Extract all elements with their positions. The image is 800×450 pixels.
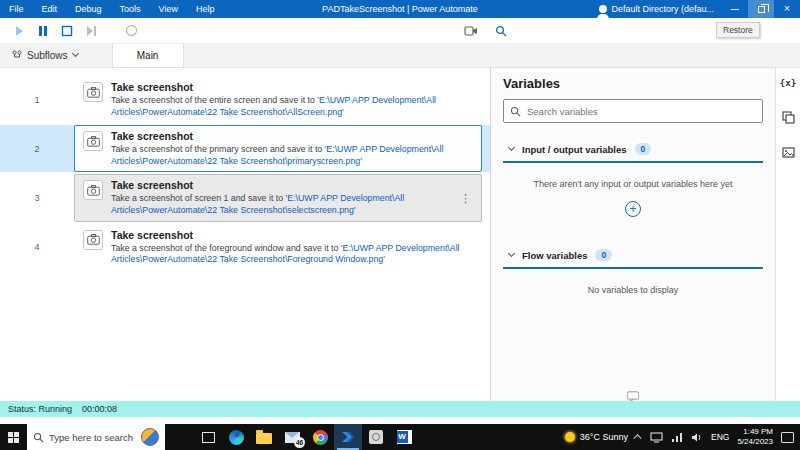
camera-icon <box>83 180 103 200</box>
action-description: Take a screenshot of the entire screen a… <box>111 95 473 118</box>
menu-file[interactable]: File <box>0 0 33 18</box>
status-text: Status: Running <box>8 404 72 414</box>
action-description: Take a screenshot of screen 1 and save i… <box>111 193 473 216</box>
action-title: Take screenshot <box>111 130 473 142</box>
run-icon[interactable] <box>8 20 30 42</box>
windows-taskbar: Type here to search 46 W 36°C Sunny ENG … <box>0 424 800 450</box>
show-hidden-icons-button[interactable] <box>633 434 641 442</box>
taskbar-snipping-tool-icon[interactable] <box>362 424 390 450</box>
language-indicator[interactable]: ENG <box>711 432 729 442</box>
web-recorder-icon[interactable] <box>120 20 142 42</box>
sun-icon <box>565 432 575 442</box>
flow-variables-count: 0 <box>595 249 612 261</box>
search-highlight-icon[interactable] <box>141 428 159 446</box>
io-variables-empty-state: There aren't any input or output variabl… <box>503 163 763 229</box>
action-card[interactable]: Take screenshot Take a screenshot of the… <box>74 224 482 271</box>
io-variables-count: 0 <box>635 143 652 155</box>
action-row-2[interactable]: 2 Take screenshot Take a screenshot of t… <box>0 125 490 172</box>
title-bar: File Edit Debug Tools View Help PADTakeS… <box>0 0 800 18</box>
restore-tooltip: Restore <box>716 22 760 38</box>
tray-network-icon[interactable] <box>671 432 683 443</box>
task-view-icon <box>202 432 215 443</box>
account-menu[interactable]: Default Directory (defau... <box>599 4 714 14</box>
task-view-button[interactable] <box>195 424 222 450</box>
variables-search-input[interactable] <box>527 106 756 117</box>
taskbar-mail-icon[interactable]: 46 <box>278 424 306 450</box>
taskbar-chrome-icon[interactable] <box>306 424 334 450</box>
weather-widget[interactable]: 36°C Sunny <box>565 432 628 442</box>
subflows-icon <box>12 50 22 60</box>
taskbar-edge-icon[interactable] <box>222 424 250 450</box>
action-row-4[interactable]: 4 Take screenshot Take a screenshot of t… <box>0 224 490 271</box>
system-tray: 36°C Sunny ENG 1:49 PM 5/24/2023 <box>565 427 800 447</box>
row-number: 3 <box>0 174 74 221</box>
taskbar-file-explorer-icon[interactable] <box>250 424 278 450</box>
taskbar-clock[interactable]: 1:49 PM 5/24/2023 <box>737 427 773 447</box>
tab-strip: Subflows Main <box>0 44 800 68</box>
chevron-down-icon <box>72 50 79 57</box>
chevron-down-icon <box>508 144 515 151</box>
tray-monitor-icon[interactable] <box>650 432 663 443</box>
menu-view[interactable]: View <box>150 0 187 18</box>
camera-icon <box>83 131 103 151</box>
action-title: Take screenshot <box>111 179 473 191</box>
row-number: 1 <box>0 76 74 123</box>
tab-main[interactable]: Main <box>112 43 184 67</box>
flow-variables-header[interactable]: Flow variables 0 <box>503 243 763 269</box>
images-icon[interactable] <box>780 144 797 161</box>
variables-panel-title: Variables <box>503 76 763 91</box>
start-button[interactable] <box>0 424 27 450</box>
right-rail: {x} <box>775 68 800 408</box>
more-options-icon[interactable]: ⋮ <box>460 192 471 205</box>
action-card-selected[interactable]: Take screenshot Take a screenshot of the… <box>74 125 482 172</box>
status-elapsed-time: 00:00:08 <box>82 404 117 414</box>
search-icon <box>33 432 44 443</box>
tray-date: 5/24/2023 <box>737 437 773 447</box>
notification-badge: 46 <box>294 437 305 448</box>
toolbar <box>0 18 800 44</box>
action-center-icon[interactable] <box>781 432 794 443</box>
tray-time: 1:49 PM <box>737 427 773 437</box>
power-automate-window: File Edit Debug Tools View Help PADTakeS… <box>0 0 800 424</box>
menu-bar: File Edit Debug Tools View Help <box>0 0 223 18</box>
variables-rail-icon[interactable]: {x} <box>780 74 797 91</box>
action-row-3[interactable]: 3 Take screenshot Take a screenshot of s… <box>0 174 490 221</box>
io-variables-header[interactable]: Input / output variables 0 <box>503 137 763 163</box>
row-number: 2 <box>0 125 74 172</box>
restore-button[interactable] <box>748 0 774 18</box>
variables-search-box[interactable] <box>503 99 763 123</box>
action-card-hovered[interactable]: Take screenshot Take a screenshot of scr… <box>74 174 482 221</box>
camera-icon <box>83 82 103 102</box>
search-icon[interactable] <box>490 20 512 42</box>
action-row-1[interactable]: 1 Take screenshot Take a screenshot of t… <box>0 76 490 123</box>
menu-help[interactable]: Help <box>187 0 224 18</box>
menu-debug[interactable]: Debug <box>66 0 111 18</box>
io-variables-section: Input / output variables 0 There aren't … <box>503 137 763 229</box>
add-variable-button[interactable]: + <box>625 201 641 217</box>
action-card[interactable]: Take screenshot Take a screenshot of the… <box>74 76 482 123</box>
action-title: Take screenshot <box>111 229 473 241</box>
subflows-label: Subflows <box>27 50 68 61</box>
chevron-down-icon <box>508 250 515 257</box>
taskbar-power-automate-icon[interactable] <box>334 424 362 450</box>
minimize-button[interactable] <box>722 0 748 18</box>
flow-variables-section: Flow variables 0 No variables to display <box>503 243 763 307</box>
action-title: Take screenshot <box>111 81 473 93</box>
subflows-dropdown[interactable]: Subflows <box>0 43 90 67</box>
row-number: 4 <box>0 224 74 271</box>
menu-edit[interactable]: Edit <box>33 0 67 18</box>
recorder-icon[interactable] <box>460 20 482 42</box>
pause-icon[interactable] <box>32 20 54 42</box>
stop-icon[interactable] <box>56 20 78 42</box>
person-icon <box>599 5 607 13</box>
ui-elements-icon[interactable] <box>780 109 797 126</box>
taskbar-search-placeholder: Type here to search <box>49 432 136 443</box>
tray-volume-icon[interactable] <box>691 432 703 443</box>
menu-tools[interactable]: Tools <box>111 0 150 18</box>
taskbar-word-icon[interactable]: W <box>390 424 418 450</box>
window-title: PADTakeScreenshot | Power Automate <box>322 4 478 14</box>
taskbar-search-box[interactable]: Type here to search <box>27 424 165 450</box>
windows-logo-icon <box>8 432 19 443</box>
close-button[interactable]: × <box>774 0 800 18</box>
run-next-action-icon[interactable] <box>80 20 102 42</box>
